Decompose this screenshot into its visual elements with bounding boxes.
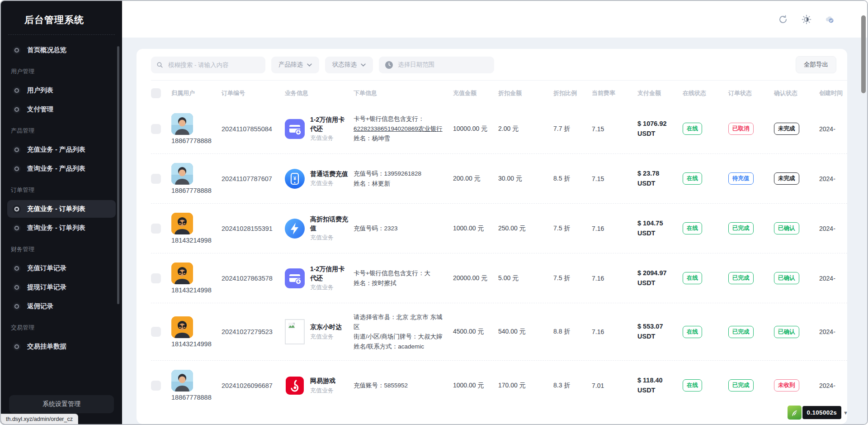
sidebar-item-label: 充值业务 - 产品列表 (27, 145, 85, 154)
timer-caret-icon[interactable]: ▼ (843, 410, 848, 415)
created-date: 2024- (819, 125, 847, 133)
phone-yuan-icon: ¥ (285, 169, 305, 189)
order-info-line: 姓名：杨坤雪 (354, 134, 447, 143)
table-body: 18867778888 20241107855084 1-2万信用卡代还充值业务… (151, 104, 847, 410)
search-box[interactable] (151, 57, 265, 73)
pay-currency: USDT (637, 179, 683, 189)
business-name: 高折扣话费充值 (310, 215, 350, 233)
sidebar-item[interactable]: 支付管理 (7, 100, 116, 118)
search-input[interactable] (167, 61, 260, 69)
row-checkbox[interactable] (151, 124, 161, 134)
pay-amount: $ 1076.92USDT (637, 119, 683, 139)
status-bar-url: th.dsyl.xyz/admin/order_cz (1, 414, 78, 424)
export-all-button[interactable]: 全部导出 (796, 56, 836, 73)
table-header-row: 归属用户订单编号业务信息下单信息充值金额折扣金额折扣比例当前费率支付金额在线状态… (151, 81, 847, 104)
row-checkbox[interactable] (151, 327, 161, 337)
select-all-checkbox[interactable] (151, 88, 161, 98)
discount-ratio: 8.5 折 (553, 175, 592, 183)
sidebar-item[interactable]: 查询业务 - 订单列表 (7, 219, 116, 237)
row-checkbox[interactable] (151, 381, 161, 391)
user-phone: 18143214998 (171, 287, 212, 294)
sidebar-item[interactable]: 充值业务 - 产品列表 (7, 141, 116, 158)
circle-dot-icon (13, 146, 21, 154)
chevron-down-icon (307, 63, 312, 67)
sidebar-item-label: 支付管理 (27, 105, 53, 114)
credit-card-icon (285, 119, 305, 139)
recharge-amount: 1000.00 元 (453, 382, 498, 390)
order-status-badge: 已完成 (728, 222, 754, 234)
column-header: 创建时间 (819, 89, 847, 97)
recharge-amount: 4500.00 元 (453, 328, 498, 336)
pay-value: $ 23.78 (637, 169, 683, 179)
confirm-status-badge: 已确认 (774, 222, 799, 234)
sidebar-item[interactable]: 充值业务 - 订单列表 (7, 200, 116, 218)
online-status-badge: 在线 (683, 222, 702, 234)
column-header: 充值金额 (453, 89, 498, 97)
row-checkbox[interactable] (151, 224, 161, 234)
user-cell: 18143214998 (171, 213, 222, 244)
sidebar-divider (8, 34, 115, 35)
current-rate: 7.15 (592, 175, 637, 182)
date-range-picker[interactable]: 选择日期范围 (379, 57, 494, 73)
sidebar-item[interactable]: 用户列表 (7, 81, 116, 99)
circle-dot-icon (13, 343, 21, 351)
column-header: 折扣比例 (553, 89, 592, 97)
table-row: 18143214998 20241028155391 高折扣话费充值充值业务 充… (151, 203, 847, 253)
order-status-badge: 已完成 (728, 379, 754, 392)
refresh-icon[interactable] (778, 14, 788, 25)
search-icon (156, 61, 163, 69)
business-type: 充值业务 (310, 283, 350, 291)
extension-leaf-icon[interactable] (788, 406, 802, 420)
sun-theme-icon[interactable] (801, 14, 812, 25)
row-checkbox[interactable] (151, 273, 161, 283)
current-rate: 7.15 (592, 125, 637, 133)
discount-amount: 250.00 元 (498, 224, 553, 233)
recharge-amount: 20000.00 元 (453, 274, 498, 282)
table-row: 18143214998 20241027863578 1-2万信用卡代还充值业务… (151, 253, 847, 303)
sidebar-item-label: 首页概况总览 (27, 46, 66, 54)
status-filter-label: 状态筛选 (332, 61, 357, 69)
sidebar-scrollbar[interactable] (117, 46, 119, 304)
order-status-badge: 已取消 (728, 123, 754, 135)
discount-amount: 30.00 元 (498, 175, 553, 183)
circle-dot-icon (13, 224, 21, 232)
discount-amount: 170.00 元 (498, 382, 553, 390)
business-name: 普通话费充值 (310, 170, 348, 179)
circle-dot-icon (13, 105, 21, 114)
sidebar-item[interactable]: 首页概况总览 (7, 41, 116, 59)
cloud-check-icon[interactable] (825, 14, 835, 25)
page-scrollbar[interactable] (861, 15, 866, 93)
business-cell: ¥ 普通话费充值充值业务 (285, 169, 354, 189)
sidebar-item[interactable]: 提现订单记录 (7, 278, 116, 296)
product-filter-select[interactable]: 产品筛选 (271, 57, 319, 73)
system-settings-button[interactable]: 系统设置管理 (9, 395, 114, 413)
user-avatar (171, 370, 193, 392)
sidebar-item[interactable]: 充值订单记录 (7, 259, 116, 277)
sidebar-item[interactable]: 查询业务 - 产品列表 (7, 160, 116, 177)
business-name: 1-2万信用卡代还 (310, 265, 350, 282)
sidebar-item[interactable]: 交易挂单数据 (7, 338, 116, 355)
sidebar-item-label: 用户列表 (27, 86, 53, 95)
circle-dot-icon (13, 86, 21, 95)
row-checkbox[interactable] (151, 174, 161, 184)
circle-dot-icon (13, 302, 21, 310)
column-header: 在线状态 (683, 89, 728, 97)
online-status-badge: 在线 (683, 326, 702, 338)
user-cell: 18143214998 (171, 263, 222, 294)
current-rate: 7.16 (592, 225, 637, 232)
business-type: 充值业务 (310, 234, 350, 242)
pay-currency: USDT (637, 129, 683, 139)
table-row: 18867778888 20241107855084 1-2万信用卡代还充值业务… (151, 104, 847, 153)
business-cell: 高折扣话费充值充值业务 (285, 215, 354, 242)
table-row: 18867778888 20241026096687 网易游戏充值业务 充值账号… (151, 360, 847, 410)
status-filter-select[interactable]: 状态筛选 (325, 57, 373, 73)
created-date: 2024- (819, 328, 847, 335)
page-load-timer[interactable]: 0.105002s ▼ (788, 406, 848, 420)
sidebar-item[interactable]: 返佣记录 (7, 297, 116, 315)
product-filter-label: 产品筛选 (278, 61, 303, 69)
column-header: 下单信息 (354, 89, 453, 97)
order-info-line: 卡号+银行信息包含支行： (354, 114, 447, 124)
pay-amount: $ 553.07USDT (637, 322, 683, 342)
order-info-line: 姓名：按时擦拭 (354, 278, 447, 288)
order-info-line: 充值账号：5855952 (354, 381, 447, 391)
